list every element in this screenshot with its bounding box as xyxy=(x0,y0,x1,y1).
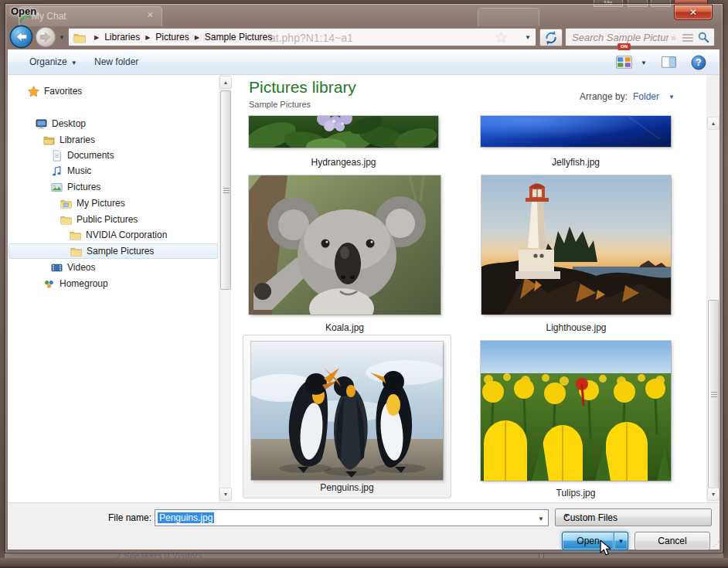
address-breadcrumb-bar[interactable]: umbletalk.com/client/ch at.php?N1:14~a1 … xyxy=(68,28,536,46)
desktop-icon xyxy=(36,118,47,130)
new-folder-button[interactable]: New folder xyxy=(94,56,138,67)
file-type-select[interactable]: Custom Files ▼ xyxy=(555,508,712,526)
file-name-label: Lighthouse.jpg xyxy=(481,322,671,333)
thumbnail-tulips xyxy=(481,341,671,481)
arrange-by-label: Arrange by: xyxy=(541,91,628,102)
sidebar-item-label: Homegroup xyxy=(60,278,108,289)
open-split-dropdown[interactable]: ▼ xyxy=(614,532,628,550)
search-input[interactable] xyxy=(572,30,668,44)
views-button[interactable] xyxy=(616,56,632,69)
breadcrumb-item[interactable]: Libraries xyxy=(104,32,140,43)
libraries-icon xyxy=(43,134,55,146)
folder-icon xyxy=(70,230,81,241)
library-title: Pictures library xyxy=(249,78,356,97)
scroll-down-arrow[interactable]: ▼ xyxy=(219,488,232,501)
breadcrumb-item[interactable]: Sample Pictures xyxy=(205,32,272,43)
screen: { "browser": { "tab_title": "My Chat", "… xyxy=(0,0,728,568)
background-on-badge: ON xyxy=(617,43,631,50)
menu-ghost-icon xyxy=(682,34,693,42)
sidebar-item-label: Pictures xyxy=(67,182,100,192)
refresh-button[interactable] xyxy=(539,29,563,46)
videos-icon xyxy=(51,262,63,274)
background-url-ghost-tail: at.php?N1:14~a1 xyxy=(270,32,353,44)
file-name-label: File name: xyxy=(74,512,151,523)
sidebar-item-label: Desktop xyxy=(52,118,86,129)
preview-pane-button[interactable] xyxy=(662,56,676,68)
sidebar-item-label: My Pictures xyxy=(77,198,125,209)
breadcrumb-separator-icon: ▶ xyxy=(195,34,199,41)
file-name-value-selected: Penguins.jpg xyxy=(158,512,214,523)
sidebar-item-desktop[interactable]: Desktop xyxy=(36,116,238,131)
sidebar-item-label: Music xyxy=(67,165,91,176)
file-type-dropdown-icon: ▼ xyxy=(563,512,707,519)
pictures-icon xyxy=(51,182,63,193)
arrange-chevron-icon: ▼ xyxy=(668,94,675,100)
sidebar-scrollbar-thumb[interactable] xyxy=(220,90,231,290)
sidebar-item-label: Videos xyxy=(67,262,95,273)
breadcrumb: ▶Libraries▶Pictures▶Sample Pictures xyxy=(89,32,272,43)
sidebar-item-homegroup[interactable]: Homegroup xyxy=(43,276,246,291)
folder-icon xyxy=(73,32,86,44)
search-chevrons-ghost: » xyxy=(671,32,676,43)
help-button[interactable]: ? xyxy=(691,55,706,70)
dialog-close-button[interactable]: ✕ xyxy=(674,5,713,20)
star-icon xyxy=(28,86,39,97)
file-name-label: Tulips.jpg xyxy=(481,488,671,498)
back-button[interactable] xyxy=(9,25,33,49)
close-icon: ✕ xyxy=(689,7,697,18)
folder-icon xyxy=(70,246,82,257)
resize-grip[interactable]: ⋰ xyxy=(713,541,719,548)
content-scrollbar[interactable]: ▲ ▼ xyxy=(706,116,719,502)
sidebar-item-label: Libraries xyxy=(60,134,95,145)
mouse-cursor xyxy=(600,539,611,556)
breadcrumb-separator-icon: ▶ xyxy=(145,34,150,41)
scrollbar-grip xyxy=(711,392,717,398)
thumbnail-koala xyxy=(249,175,441,315)
browser-bottom-frame xyxy=(0,558,728,568)
folder-icon xyxy=(60,214,72,226)
breadcrumb-item[interactable]: Pictures xyxy=(155,32,189,43)
recent-pages-dropdown[interactable]: ▼ xyxy=(59,34,65,41)
file-name-label: Koala.jpg xyxy=(249,322,441,333)
svg-text:?: ? xyxy=(696,57,701,68)
sidebar-item-libraries[interactable]: Libraries xyxy=(43,132,246,148)
scrollbar-grip xyxy=(223,188,230,194)
sidebar-item-label: Sample Pictures xyxy=(87,246,154,257)
file-name-dropdown-icon[interactable]: ▼ xyxy=(538,515,544,522)
scroll-down-arrow[interactable]: ▼ xyxy=(707,488,719,501)
sidebar-item-sample-pictures[interactable]: Sample Pictures xyxy=(9,243,218,259)
sidebar-scrollbar[interactable]: ▲ ▼ xyxy=(219,75,231,502)
scroll-up-arrow[interactable]: ▲ xyxy=(707,117,719,130)
music-icon xyxy=(51,165,63,177)
homegroup-icon xyxy=(43,278,55,290)
command-toolbar: Organize▼ New folder ▼ ? xyxy=(8,49,719,75)
address-dropdown[interactable]: ▼ xyxy=(525,34,531,41)
search-box[interactable]: » xyxy=(565,28,715,46)
organize-menu-button[interactable]: Organize▼ xyxy=(29,56,77,67)
cancel-button[interactable]: Cancel xyxy=(634,532,710,550)
sidebar-item-label: Public Pictures xyxy=(77,214,138,225)
folder-pictures-icon xyxy=(60,198,72,209)
documents-icon xyxy=(51,150,63,162)
scroll-up-arrow[interactable]: ▲ xyxy=(219,76,232,89)
sidebar-item-favorites[interactable]: Favorites xyxy=(28,83,230,99)
views-dropdown-icon[interactable]: ▼ xyxy=(641,60,647,66)
file-name-label: Hydrangeas.jpg xyxy=(249,157,438,168)
search-icon[interactable] xyxy=(698,32,709,43)
breadcrumb-separator-icon: ▶ xyxy=(94,34,99,41)
thumbnail-hydrangeas xyxy=(249,116,438,148)
thumbnail-jellyfish xyxy=(481,116,671,147)
file-name-input[interactable]: Penguins.jpg ▼ xyxy=(155,509,549,526)
chevron-down-icon: ▼ xyxy=(71,60,77,66)
file-name-label: Penguins.jpg xyxy=(243,482,451,493)
content-scrollbar-thumb[interactable] xyxy=(708,300,719,488)
sidebar-item-label: Favorites xyxy=(44,86,82,97)
file-name-label: Jellyfish.jpg xyxy=(481,157,671,168)
dialog-title: Open xyxy=(11,5,36,17)
arrange-by-dropdown[interactable]: Folder xyxy=(633,91,659,102)
favorites-star-ghost-icon: ☆ xyxy=(495,29,508,46)
sidebar-item-label: NVIDIA Corporation xyxy=(86,230,167,240)
forward-button[interactable] xyxy=(35,26,56,48)
sidebar-item-label: Documents xyxy=(67,150,114,161)
thumbnail-lighthouse xyxy=(481,175,671,315)
